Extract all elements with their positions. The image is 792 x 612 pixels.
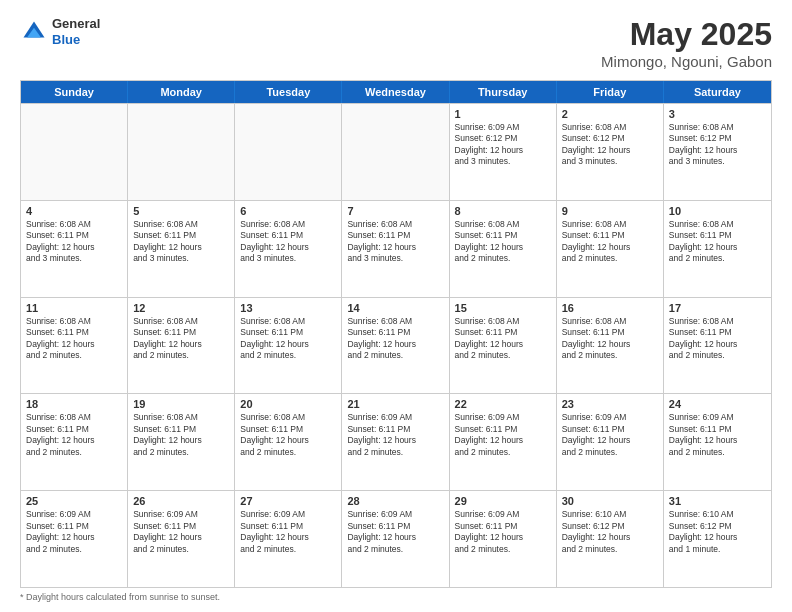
calendar: SundayMondayTuesdayWednesdayThursdayFrid… [20, 80, 772, 588]
page: General Blue May 2025 Mimongo, Ngouni, G… [0, 0, 792, 612]
cell-info: Sunrise: 6:09 AM Sunset: 6:11 PM Dayligh… [669, 412, 766, 458]
cal-row-3: 18Sunrise: 6:08 AM Sunset: 6:11 PM Dayli… [21, 393, 771, 490]
cal-cell: 8Sunrise: 6:08 AM Sunset: 6:11 PM Daylig… [450, 201, 557, 297]
cal-header-friday: Friday [557, 81, 664, 103]
cell-info: Sunrise: 6:10 AM Sunset: 6:12 PM Dayligh… [562, 509, 658, 555]
cell-info: Sunrise: 6:09 AM Sunset: 6:11 PM Dayligh… [347, 412, 443, 458]
day-number: 24 [669, 398, 766, 410]
cell-info: Sunrise: 6:08 AM Sunset: 6:11 PM Dayligh… [347, 316, 443, 362]
cell-info: Sunrise: 6:09 AM Sunset: 6:11 PM Dayligh… [240, 509, 336, 555]
cal-header-monday: Monday [128, 81, 235, 103]
cell-info: Sunrise: 6:09 AM Sunset: 6:11 PM Dayligh… [455, 412, 551, 458]
cal-header-tuesday: Tuesday [235, 81, 342, 103]
cal-cell: 7Sunrise: 6:08 AM Sunset: 6:11 PM Daylig… [342, 201, 449, 297]
cal-header-wednesday: Wednesday [342, 81, 449, 103]
logo-text: General Blue [52, 16, 100, 47]
cell-info: Sunrise: 6:09 AM Sunset: 6:11 PM Dayligh… [455, 509, 551, 555]
day-number: 18 [26, 398, 122, 410]
cal-cell: 23Sunrise: 6:09 AM Sunset: 6:11 PM Dayli… [557, 394, 664, 490]
cal-cell: 14Sunrise: 6:08 AM Sunset: 6:11 PM Dayli… [342, 298, 449, 394]
cell-info: Sunrise: 6:08 AM Sunset: 6:11 PM Dayligh… [347, 219, 443, 265]
day-number: 2 [562, 108, 658, 120]
cell-info: Sunrise: 6:08 AM Sunset: 6:12 PM Dayligh… [562, 122, 658, 168]
logo-general-text: General [52, 16, 100, 32]
header: General Blue May 2025 Mimongo, Ngouni, G… [20, 16, 772, 70]
cal-cell: 29Sunrise: 6:09 AM Sunset: 6:11 PM Dayli… [450, 491, 557, 587]
cal-cell: 11Sunrise: 6:08 AM Sunset: 6:11 PM Dayli… [21, 298, 128, 394]
page-title: May 2025 [601, 16, 772, 53]
day-number: 15 [455, 302, 551, 314]
cell-info: Sunrise: 6:08 AM Sunset: 6:11 PM Dayligh… [455, 219, 551, 265]
footer-note: * Daylight hours calculated from sunrise… [20, 592, 772, 602]
cell-info: Sunrise: 6:08 AM Sunset: 6:11 PM Dayligh… [669, 219, 766, 265]
cal-cell: 1Sunrise: 6:09 AM Sunset: 6:12 PM Daylig… [450, 104, 557, 200]
cal-cell: 5Sunrise: 6:08 AM Sunset: 6:11 PM Daylig… [128, 201, 235, 297]
day-number: 8 [455, 205, 551, 217]
cell-info: Sunrise: 6:09 AM Sunset: 6:11 PM Dayligh… [26, 509, 122, 555]
cal-cell: 24Sunrise: 6:09 AM Sunset: 6:11 PM Dayli… [664, 394, 771, 490]
day-number: 28 [347, 495, 443, 507]
cal-cell: 30Sunrise: 6:10 AM Sunset: 6:12 PM Dayli… [557, 491, 664, 587]
cal-row-1: 4Sunrise: 6:08 AM Sunset: 6:11 PM Daylig… [21, 200, 771, 297]
cell-info: Sunrise: 6:09 AM Sunset: 6:11 PM Dayligh… [347, 509, 443, 555]
cal-cell: 4Sunrise: 6:08 AM Sunset: 6:11 PM Daylig… [21, 201, 128, 297]
cal-header-saturday: Saturday [664, 81, 771, 103]
logo: General Blue [20, 16, 100, 47]
day-number: 12 [133, 302, 229, 314]
cal-cell: 9Sunrise: 6:08 AM Sunset: 6:11 PM Daylig… [557, 201, 664, 297]
cell-info: Sunrise: 6:09 AM Sunset: 6:11 PM Dayligh… [133, 509, 229, 555]
cell-info: Sunrise: 6:08 AM Sunset: 6:11 PM Dayligh… [669, 316, 766, 362]
cal-cell: 22Sunrise: 6:09 AM Sunset: 6:11 PM Dayli… [450, 394, 557, 490]
cell-info: Sunrise: 6:08 AM Sunset: 6:11 PM Dayligh… [240, 316, 336, 362]
cell-info: Sunrise: 6:08 AM Sunset: 6:11 PM Dayligh… [26, 412, 122, 458]
title-block: May 2025 Mimongo, Ngouni, Gabon [601, 16, 772, 70]
cal-cell: 13Sunrise: 6:08 AM Sunset: 6:11 PM Dayli… [235, 298, 342, 394]
cell-info: Sunrise: 6:08 AM Sunset: 6:11 PM Dayligh… [133, 412, 229, 458]
day-number: 26 [133, 495, 229, 507]
cal-row-4: 25Sunrise: 6:09 AM Sunset: 6:11 PM Dayli… [21, 490, 771, 587]
cal-row-2: 11Sunrise: 6:08 AM Sunset: 6:11 PM Dayli… [21, 297, 771, 394]
cal-cell [21, 104, 128, 200]
cal-cell: 18Sunrise: 6:08 AM Sunset: 6:11 PM Dayli… [21, 394, 128, 490]
cal-cell: 19Sunrise: 6:08 AM Sunset: 6:11 PM Dayli… [128, 394, 235, 490]
cell-info: Sunrise: 6:08 AM Sunset: 6:12 PM Dayligh… [669, 122, 766, 168]
day-number: 4 [26, 205, 122, 217]
cell-info: Sunrise: 6:09 AM Sunset: 6:12 PM Dayligh… [455, 122, 551, 168]
cal-cell: 31Sunrise: 6:10 AM Sunset: 6:12 PM Dayli… [664, 491, 771, 587]
day-number: 17 [669, 302, 766, 314]
cal-row-0: 1Sunrise: 6:09 AM Sunset: 6:12 PM Daylig… [21, 103, 771, 200]
cell-info: Sunrise: 6:08 AM Sunset: 6:11 PM Dayligh… [562, 316, 658, 362]
cal-cell [235, 104, 342, 200]
day-number: 23 [562, 398, 658, 410]
calendar-body: 1Sunrise: 6:09 AM Sunset: 6:12 PM Daylig… [21, 103, 771, 587]
day-number: 21 [347, 398, 443, 410]
day-number: 7 [347, 205, 443, 217]
calendar-header: SundayMondayTuesdayWednesdayThursdayFrid… [21, 81, 771, 103]
logo-blue-text: Blue [52, 32, 100, 48]
cell-info: Sunrise: 6:08 AM Sunset: 6:11 PM Dayligh… [562, 219, 658, 265]
day-number: 27 [240, 495, 336, 507]
day-number: 10 [669, 205, 766, 217]
cal-cell: 2Sunrise: 6:08 AM Sunset: 6:12 PM Daylig… [557, 104, 664, 200]
day-number: 9 [562, 205, 658, 217]
cal-cell [342, 104, 449, 200]
cell-info: Sunrise: 6:10 AM Sunset: 6:12 PM Dayligh… [669, 509, 766, 555]
cal-cell: 26Sunrise: 6:09 AM Sunset: 6:11 PM Dayli… [128, 491, 235, 587]
cal-cell: 15Sunrise: 6:08 AM Sunset: 6:11 PM Dayli… [450, 298, 557, 394]
cal-cell: 10Sunrise: 6:08 AM Sunset: 6:11 PM Dayli… [664, 201, 771, 297]
day-number: 1 [455, 108, 551, 120]
cell-info: Sunrise: 6:08 AM Sunset: 6:11 PM Dayligh… [455, 316, 551, 362]
cal-cell: 28Sunrise: 6:09 AM Sunset: 6:11 PM Dayli… [342, 491, 449, 587]
cal-cell: 20Sunrise: 6:08 AM Sunset: 6:11 PM Dayli… [235, 394, 342, 490]
cal-cell: 16Sunrise: 6:08 AM Sunset: 6:11 PM Dayli… [557, 298, 664, 394]
day-number: 22 [455, 398, 551, 410]
cal-cell: 3Sunrise: 6:08 AM Sunset: 6:12 PM Daylig… [664, 104, 771, 200]
cal-cell: 27Sunrise: 6:09 AM Sunset: 6:11 PM Dayli… [235, 491, 342, 587]
cal-cell: 21Sunrise: 6:09 AM Sunset: 6:11 PM Dayli… [342, 394, 449, 490]
day-number: 31 [669, 495, 766, 507]
day-number: 5 [133, 205, 229, 217]
cell-info: Sunrise: 6:08 AM Sunset: 6:11 PM Dayligh… [26, 219, 122, 265]
day-number: 25 [26, 495, 122, 507]
day-number: 30 [562, 495, 658, 507]
cal-cell: 25Sunrise: 6:09 AM Sunset: 6:11 PM Dayli… [21, 491, 128, 587]
